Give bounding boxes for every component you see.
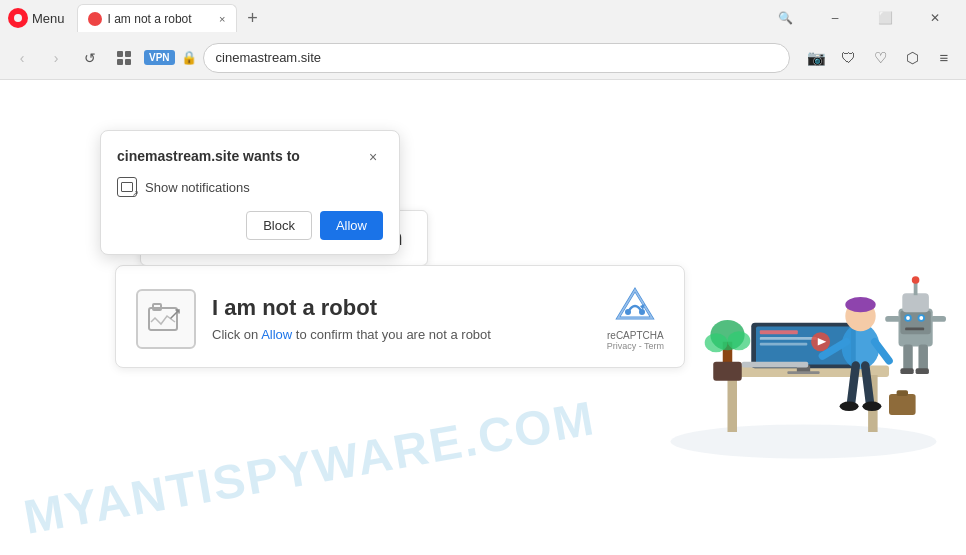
tab-bar: I am not a robot × +: [77, 4, 758, 32]
close-button[interactable]: ✕: [912, 4, 958, 32]
svg-line-20: [865, 365, 870, 403]
address-bar: ‹ › ↺ VPN 🔒 cinemastream.site 📷 🛡 ♡ ⬡ ≡: [0, 36, 966, 80]
reload-button[interactable]: ↺: [76, 44, 104, 72]
svg-line-19: [851, 365, 856, 403]
svg-rect-24: [897, 390, 908, 396]
tab-title: I am not a robot: [108, 12, 192, 26]
window-controls: 🔍 – ⬜ ✕: [762, 4, 958, 32]
grid-icon: [117, 51, 131, 65]
svg-point-49: [625, 309, 631, 315]
toolbar-right: 📷 🛡 ♡ ⬡ ≡: [802, 44, 958, 72]
svg-rect-26: [900, 310, 930, 334]
browser-frame: Menu I am not a robot × + 🔍 – ⬜ ✕ ‹ › ↺ …: [0, 0, 966, 555]
svg-rect-10: [760, 342, 808, 345]
svg-rect-37: [903, 344, 913, 371]
heart-button[interactable]: ♡: [866, 44, 894, 72]
svg-rect-40: [916, 368, 929, 374]
svg-rect-9: [760, 337, 817, 340]
page-content: MYANTISPYWARE.COM: [0, 80, 966, 555]
svg-point-30: [919, 316, 923, 320]
svg-rect-33: [914, 281, 918, 294]
robot-card: I am not a robot Click on Allow to confi…: [115, 265, 685, 368]
block-button[interactable]: Block: [246, 211, 312, 240]
svg-rect-36: [931, 316, 946, 322]
permission-text: Show notifications: [145, 180, 250, 195]
active-tab[interactable]: I am not a robot ×: [77, 4, 237, 32]
title-bar: Menu I am not a robot × + 🔍 – ⬜ ✕: [0, 0, 966, 36]
tab-close-button[interactable]: ×: [219, 13, 225, 25]
svg-rect-2: [728, 375, 738, 432]
robot-card-subtitle: Click on Allow to confirm that you are n…: [212, 327, 591, 342]
forward-button[interactable]: ›: [42, 44, 70, 72]
svg-rect-31: [905, 327, 924, 330]
robot-card-title: I am not a robot: [212, 295, 591, 321]
svg-rect-8: [760, 330, 798, 334]
svg-rect-23: [889, 394, 916, 415]
svg-point-0: [671, 424, 937, 458]
grid-view-button[interactable]: [110, 44, 138, 72]
recaptcha-links: Privacy - Term: [607, 341, 664, 351]
popup-permission: Show notifications: [117, 177, 383, 197]
svg-point-16: [845, 297, 875, 312]
camera-button[interactable]: 📷: [802, 44, 830, 72]
svg-point-34: [912, 276, 920, 284]
minimize-button[interactable]: –: [812, 4, 858, 32]
shield-button[interactable]: 🛡: [834, 44, 862, 72]
menu-icon-button[interactable]: ≡: [930, 44, 958, 72]
svg-rect-35: [885, 316, 900, 322]
svg-rect-39: [900, 368, 913, 374]
notification-icon: [117, 177, 137, 197]
recaptcha-logo-icon: [614, 286, 656, 328]
tab-favicon: [88, 12, 102, 26]
vpn-badge[interactable]: VPN: [144, 50, 175, 65]
svg-point-43: [705, 333, 728, 352]
svg-rect-13: [742, 361, 809, 367]
popup-close-button[interactable]: ×: [363, 147, 383, 167]
search-button[interactable]: 🔍: [762, 4, 808, 32]
lock-icon: 🔒: [181, 50, 197, 65]
watermark: MYANTISPYWARE.COM: [20, 390, 600, 545]
extensions-button[interactable]: ⬡: [898, 44, 926, 72]
svg-rect-38: [918, 344, 928, 371]
popup-title: cinemastream.site wants to: [117, 147, 300, 165]
url-input[interactable]: cinemastream.site: [203, 43, 790, 73]
recaptcha-area: reCAPTCHA Privacy - Term: [607, 286, 664, 351]
robot-card-icon: [136, 289, 196, 349]
svg-point-50: [639, 309, 645, 315]
url-text: cinemastream.site: [216, 50, 321, 65]
svg-point-29: [906, 316, 910, 320]
allow-button[interactable]: Allow: [320, 211, 383, 240]
svg-rect-7: [787, 371, 819, 374]
popup-header: cinemastream.site wants to ×: [117, 147, 383, 167]
back-button[interactable]: ‹: [8, 44, 36, 72]
subtitle-suffix: to confirm that you are not a robot: [292, 327, 491, 342]
recaptcha-label: reCAPTCHA: [607, 330, 664, 341]
menu-button[interactable]: Menu: [32, 11, 65, 26]
svg-point-21: [840, 401, 859, 411]
svg-rect-45: [713, 361, 742, 380]
new-tab-button[interactable]: +: [239, 4, 267, 32]
subtitle-prefix: Click on: [212, 327, 261, 342]
opera-logo-icon: [8, 8, 28, 28]
popup-buttons: Block Allow: [117, 211, 383, 240]
notification-popup: cinemastream.site wants to × Show notifi…: [100, 130, 400, 255]
svg-point-44: [728, 331, 751, 350]
svg-point-22: [862, 401, 881, 411]
robot-card-text: I am not a robot Click on Allow to confi…: [212, 295, 591, 342]
svg-rect-32: [902, 293, 929, 312]
subtitle-allow-word: Allow: [261, 327, 292, 342]
maximize-button[interactable]: ⬜: [862, 4, 908, 32]
